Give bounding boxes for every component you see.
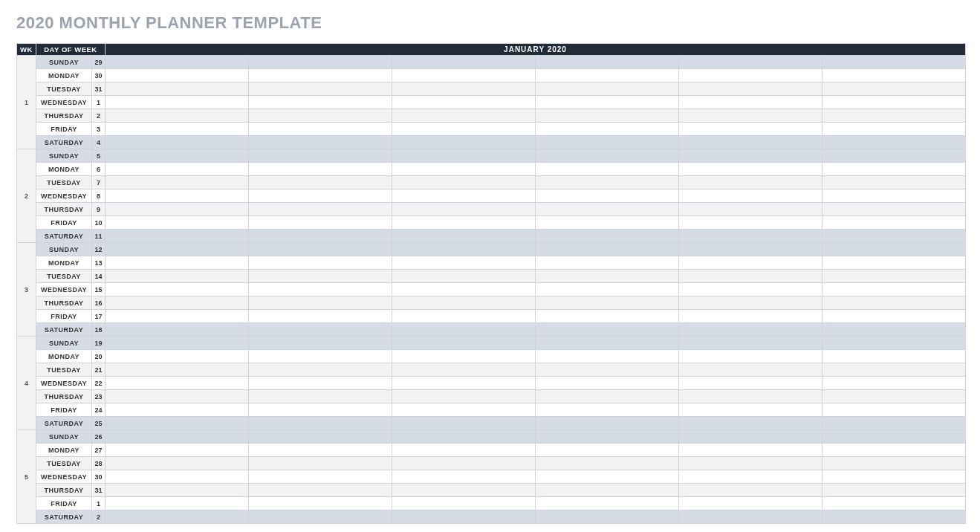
- task-cell[interactable]: [249, 96, 392, 109]
- task-cell[interactable]: [106, 444, 249, 457]
- task-cell[interactable]: [392, 417, 536, 430]
- task-cell[interactable]: [392, 390, 536, 403]
- task-cell[interactable]: [392, 350, 536, 363]
- task-cell[interactable]: [249, 176, 392, 189]
- task-cell[interactable]: [249, 203, 392, 216]
- task-cell[interactable]: [392, 457, 536, 470]
- task-cell[interactable]: [106, 337, 249, 350]
- task-cell[interactable]: [249, 377, 392, 390]
- task-cell[interactable]: [822, 136, 966, 149]
- task-cell[interactable]: [249, 510, 392, 524]
- task-cell[interactable]: [106, 497, 249, 510]
- task-cell[interactable]: [392, 82, 536, 96]
- task-cell[interactable]: [679, 283, 822, 296]
- task-cell[interactable]: [106, 310, 249, 323]
- task-cell[interactable]: [249, 56, 392, 69]
- task-cell[interactable]: [249, 470, 392, 484]
- task-cell[interactable]: [679, 497, 822, 510]
- task-cell[interactable]: [679, 310, 822, 323]
- task-cell[interactable]: [679, 457, 822, 470]
- task-cell[interactable]: [536, 203, 679, 216]
- task-cell[interactable]: [392, 56, 536, 69]
- task-cell[interactable]: [679, 377, 822, 390]
- task-cell[interactable]: [106, 163, 249, 176]
- task-cell[interactable]: [392, 230, 536, 243]
- task-cell[interactable]: [536, 363, 679, 377]
- task-cell[interactable]: [536, 270, 679, 283]
- task-cell[interactable]: [679, 123, 822, 136]
- task-cell[interactable]: [822, 497, 966, 510]
- task-cell[interactable]: [249, 163, 392, 176]
- task-cell[interactable]: [106, 403, 249, 417]
- task-cell[interactable]: [392, 323, 536, 337]
- task-cell[interactable]: [392, 203, 536, 216]
- task-cell[interactable]: [249, 189, 392, 203]
- task-cell[interactable]: [392, 470, 536, 484]
- task-cell[interactable]: [249, 350, 392, 363]
- task-cell[interactable]: [679, 296, 822, 310]
- task-cell[interactable]: [822, 56, 966, 69]
- task-cell[interactable]: [536, 136, 679, 149]
- task-cell[interactable]: [249, 444, 392, 457]
- task-cell[interactable]: [822, 403, 966, 417]
- task-cell[interactable]: [536, 417, 679, 430]
- task-cell[interactable]: [536, 163, 679, 176]
- task-cell[interactable]: [106, 510, 249, 524]
- task-cell[interactable]: [249, 270, 392, 283]
- task-cell[interactable]: [679, 256, 822, 270]
- task-cell[interactable]: [536, 337, 679, 350]
- task-cell[interactable]: [106, 283, 249, 296]
- task-cell[interactable]: [392, 96, 536, 109]
- task-cell[interactable]: [536, 484, 679, 497]
- task-cell[interactable]: [536, 230, 679, 243]
- task-cell[interactable]: [106, 417, 249, 430]
- task-cell[interactable]: [536, 323, 679, 337]
- task-cell[interactable]: [249, 82, 392, 96]
- task-cell[interactable]: [392, 270, 536, 283]
- task-cell[interactable]: [249, 136, 392, 149]
- task-cell[interactable]: [249, 283, 392, 296]
- task-cell[interactable]: [249, 230, 392, 243]
- task-cell[interactable]: [536, 243, 679, 256]
- task-cell[interactable]: [536, 69, 679, 82]
- task-cell[interactable]: [536, 457, 679, 470]
- task-cell[interactable]: [822, 176, 966, 189]
- task-cell[interactable]: [106, 256, 249, 270]
- task-cell[interactable]: [822, 96, 966, 109]
- task-cell[interactable]: [392, 109, 536, 123]
- task-cell[interactable]: [392, 337, 536, 350]
- task-cell[interactable]: [822, 444, 966, 457]
- task-cell[interactable]: [536, 176, 679, 189]
- task-cell[interactable]: [679, 323, 822, 337]
- task-cell[interactable]: [392, 69, 536, 82]
- task-cell[interactable]: [536, 82, 679, 96]
- task-cell[interactable]: [822, 430, 966, 444]
- task-cell[interactable]: [536, 497, 679, 510]
- task-cell[interactable]: [679, 430, 822, 444]
- task-cell[interactable]: [536, 350, 679, 363]
- task-cell[interactable]: [679, 109, 822, 123]
- task-cell[interactable]: [249, 484, 392, 497]
- task-cell[interactable]: [679, 203, 822, 216]
- task-cell[interactable]: [679, 337, 822, 350]
- task-cell[interactable]: [679, 363, 822, 377]
- task-cell[interactable]: [392, 377, 536, 390]
- task-cell[interactable]: [106, 230, 249, 243]
- task-cell[interactable]: [679, 403, 822, 417]
- task-cell[interactable]: [822, 417, 966, 430]
- task-cell[interactable]: [249, 123, 392, 136]
- task-cell[interactable]: [536, 216, 679, 230]
- task-cell[interactable]: [679, 96, 822, 109]
- task-cell[interactable]: [392, 243, 536, 256]
- task-cell[interactable]: [106, 69, 249, 82]
- task-cell[interactable]: [536, 123, 679, 136]
- task-cell[interactable]: [106, 363, 249, 377]
- task-cell[interactable]: [679, 390, 822, 403]
- task-cell[interactable]: [106, 430, 249, 444]
- task-cell[interactable]: [679, 270, 822, 283]
- task-cell[interactable]: [822, 457, 966, 470]
- task-cell[interactable]: [536, 256, 679, 270]
- task-cell[interactable]: [249, 323, 392, 337]
- task-cell[interactable]: [249, 216, 392, 230]
- task-cell[interactable]: [822, 323, 966, 337]
